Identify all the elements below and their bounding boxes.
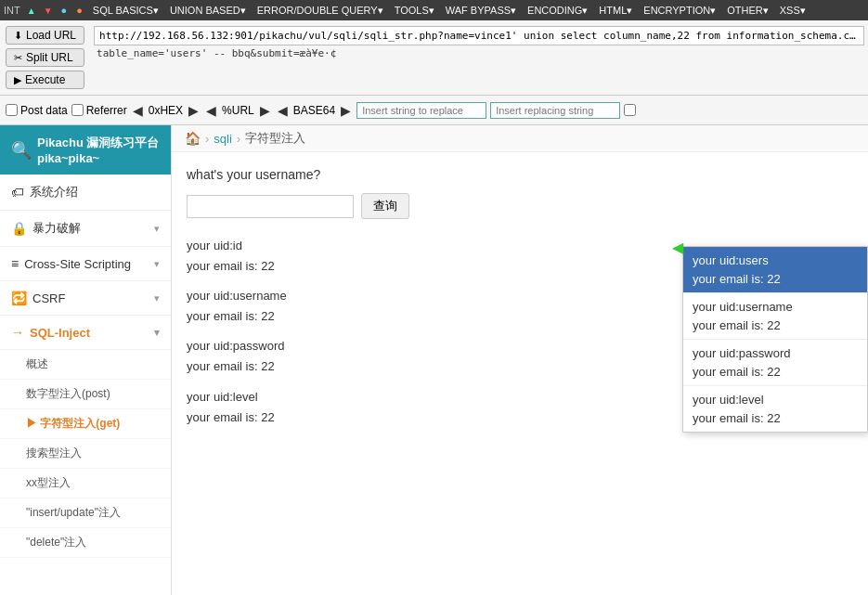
intro-icon: 🏷 — [11, 185, 24, 200]
dropdown-section-3[interactable]: your uid:level your email is: 22 — [683, 386, 867, 432]
menu-error-double-query[interactable]: ERROR/DOUBLE QUERY▾ — [254, 5, 386, 17]
url-input[interactable] — [94, 26, 864, 45]
dropdown-arrow: ◀ — [672, 239, 683, 256]
post-data-group: Post data — [6, 104, 68, 117]
post-data-checkbox[interactable] — [6, 104, 18, 116]
sidebar-subitem-insert-update[interactable]: "insert/update"注入 — [0, 498, 171, 528]
dropdown-section-2[interactable]: your uid:password your email is: 22 — [683, 340, 867, 386]
menu-tools[interactable]: TOOLS▾ — [392, 5, 437, 17]
menu-html[interactable]: HTML▾ — [596, 5, 635, 17]
url-right-arrow[interactable]: ▶ — [258, 103, 272, 118]
url-label: %URL — [222, 104, 254, 117]
arrow-dot: ● — [76, 5, 83, 16]
dropdown-item-0-line1: your uid:users — [693, 252, 858, 270]
url-line2: table_name='users' -- bbq&submit=æà¥e·¢ — [94, 47, 864, 59]
base64-right-arrow[interactable]: ▶ — [339, 103, 353, 118]
sidebar-item-sqli[interactable]: → SQL-Inject ▾ — [0, 316, 171, 350]
menu-encryption[interactable]: ENCRYPTION▾ — [641, 5, 719, 17]
url-left-arrow[interactable]: ◀ — [204, 103, 218, 118]
sidebar-subitem-xx[interactable]: xx型注入 — [0, 469, 171, 498]
app-title: Pikachu 漏洞练习平台 pika~pika~ — [37, 135, 160, 165]
execute-button[interactable]: ▶ Execute — [6, 71, 84, 89]
dropdown-item-2-line2: your email is: 22 — [693, 363, 858, 382]
brute-icon: 🔒 — [11, 221, 27, 236]
sidebar-brute-label: 暴力破解 — [32, 220, 81, 237]
sidebar-subitem-overview[interactable]: 概述 — [0, 350, 171, 380]
split-url-button[interactable]: ✂ Split URL — [6, 48, 84, 67]
menu-other[interactable]: OTHER▾ — [724, 5, 771, 17]
arrow-down: ▼ — [44, 6, 53, 16]
base64-left-arrow[interactable]: ◀ — [276, 103, 290, 118]
search-row: 查询 — [187, 193, 853, 219]
app-icon: 🔍 — [11, 140, 32, 161]
hex-left-arrow[interactable]: ◀ — [131, 103, 145, 118]
sidebar-subitem-numeric-post[interactable]: 数字型注入(post) — [0, 380, 171, 409]
dropdown-item-1-line1: your uid:username — [693, 298, 858, 317]
sqli-chevron: ▾ — [154, 327, 160, 339]
left-buttons: ⬇ Load URL ✂ Split URL ▶ Execute — [0, 24, 90, 91]
sidebar: 🔍 Pikachu 漏洞练习平台 pika~pika~ 🏷 系统介绍 🔒 暴力破… — [0, 125, 172, 595]
sidebar-item-intro[interactable]: 🏷 系统介绍 — [0, 175, 171, 211]
query-button[interactable]: 查询 — [361, 193, 409, 219]
menu-union-based[interactable]: UNION BASED▾ — [167, 5, 249, 17]
xss-chevron: ▾ — [154, 258, 160, 270]
brute-chevron: ▾ — [154, 223, 160, 235]
sidebar-item-xss[interactable]: ≡ Cross-Site Scripting ▾ — [0, 247, 171, 281]
breadcrumb-sep1: › — [205, 132, 209, 146]
arrow-up: ▲ — [27, 6, 36, 16]
replace-checkbox[interactable] — [624, 104, 636, 116]
insert-replacing-input[interactable] — [490, 102, 620, 119]
encode-toolbar: Post data Referrer ◀ 0xHEX ▶ ◀ %URL ▶ ◀ … — [0, 96, 868, 125]
main-wrapper: 🔍 Pikachu 漏洞练习平台 pika~pika~ 🏷 系统介绍 🔒 暴力破… — [0, 125, 868, 595]
content-question: what's your username? — [187, 167, 853, 182]
sidebar-csrf-label: CSRF — [32, 291, 65, 305]
sidebar-subitem-string-get[interactable]: 字符型注入(get) — [0, 409, 171, 439]
app-header: 🔍 Pikachu 漏洞练习平台 pika~pika~ — [0, 125, 171, 175]
username-search-input[interactable] — [187, 195, 354, 218]
menu-xss[interactable]: XSS▾ — [777, 5, 809, 17]
sidebar-item-brute[interactable]: 🔒 暴力破解 ▾ — [0, 211, 171, 247]
load-url-icon: ⬇ — [14, 30, 22, 42]
xss-icon: ≡ — [11, 256, 19, 271]
referrer-label: Referrer — [86, 104, 127, 117]
content-area: 🏠 › sqli › 字符型注入 what's your username? 查… — [172, 125, 868, 595]
dropdown-item-0-line2: your email is: 22 — [693, 270, 858, 289]
search-label: 搜索型注入 — [26, 446, 82, 459]
sidebar-subitem-search[interactable]: 搜索型注入 — [0, 439, 171, 469]
sidebar-sqli-label: SQL-Inject — [30, 326, 90, 340]
hex-right-arrow[interactable]: ▶ — [187, 103, 201, 118]
dropdown-item-3-line2: your email is: 22 — [693, 409, 858, 428]
dropdown-section-0[interactable]: your uid:users your email is: 22 — [683, 247, 867, 293]
menu-sql-basics[interactable]: SQL BASICS▾ — [90, 5, 162, 17]
breadcrumb-sqli[interactable]: sqli — [214, 132, 232, 146]
split-url-icon: ✂ — [14, 52, 22, 64]
menu-encoding[interactable]: ENCODING▾ — [525, 5, 590, 17]
post-data-label: Post data — [20, 104, 68, 117]
insert-update-label: "insert/update"注入 — [26, 506, 121, 519]
csrf-icon: 🔁 — [11, 291, 27, 305]
int-label: INT — [4, 5, 20, 16]
referrer-checkbox[interactable] — [71, 104, 84, 116]
arrow-right: ● — [61, 5, 68, 16]
address-bar-row: ⬇ Load URL ✂ Split URL ▶ Execute table_n… — [0, 20, 868, 96]
top-toolbar: INT ▲ ▼ ● ● SQL BASICS▾ UNION BASED▾ ERR… — [0, 0, 868, 20]
breadcrumb-page: 字符型注入 — [245, 130, 305, 147]
menu-waf-bypass[interactable]: WAF BYPASS▾ — [443, 5, 519, 17]
csrf-chevron: ▾ — [154, 292, 160, 304]
insert-string-input[interactable] — [356, 102, 486, 119]
sidebar-item-csrf[interactable]: 🔁 CSRF ▾ — [0, 281, 171, 316]
string-get-label: 字符型注入(get) — [40, 417, 120, 430]
dropdown-item-2-line1: your uid:password — [693, 344, 858, 363]
dropdown-section-1[interactable]: your uid:username your email is: 22 — [683, 293, 867, 340]
numeric-post-label: 数字型注入(post) — [26, 387, 110, 400]
overview-label: 概述 — [26, 357, 48, 370]
breadcrumb: 🏠 › sqli › 字符型注入 — [172, 125, 868, 152]
sidebar-subitem-delete[interactable]: "delete"注入 — [0, 528, 171, 558]
sidebar-intro-label: 系统介绍 — [30, 184, 78, 200]
load-url-button[interactable]: ⬇ Load URL — [6, 26, 84, 45]
base64-label: BASE64 — [293, 104, 335, 117]
referrer-group: Referrer — [71, 104, 127, 117]
hex-label: 0xHEX — [149, 104, 183, 117]
dropdown-item-3-line1: your uid:level — [693, 391, 858, 409]
replace-dropdown: ◀ your uid:users your email is: 22 your … — [682, 246, 868, 433]
